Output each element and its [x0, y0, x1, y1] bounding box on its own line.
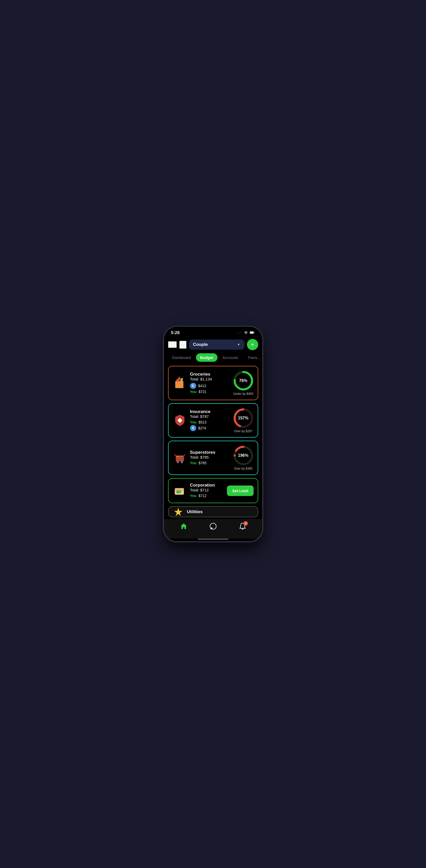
svg-point-18	[177, 462, 178, 463]
insurance-circle: 157%	[233, 408, 253, 428]
svg-rect-1	[250, 332, 253, 334]
avatar-k-insurance: K	[190, 425, 196, 431]
add-button[interactable]: +	[247, 339, 258, 350]
superstores-percent: 196%	[238, 453, 248, 458]
svg-point-7	[176, 379, 179, 382]
groceries-progress: 76% Under by $365	[233, 370, 253, 396]
utilities-info: Utilities	[187, 509, 253, 515]
insurance-status: Over by $287	[234, 429, 252, 433]
wifi-icon	[244, 331, 248, 335]
home-indicator	[198, 538, 229, 540]
insurance-total: Total: $787	[190, 414, 230, 418]
svg-rect-2	[180, 343, 185, 346]
svg-rect-23	[181, 456, 182, 457]
corporation-info: Corporation Total: $712 You $712	[190, 483, 224, 499]
budget-card-superstores[interactable]: Superstores Total: $785 You $785	[168, 441, 258, 475]
person-you-amount-superstores: $785	[199, 461, 207, 465]
phone-screen: 5:26 ····	[164, 327, 262, 541]
dropdown-arrow-icon: ▼	[237, 343, 240, 346]
superstores-title: Superstores	[190, 450, 230, 455]
corporation-person-you: You $712	[190, 494, 224, 498]
home-icon	[180, 523, 187, 531]
tab-accounts[interactable]: Accounts	[218, 353, 243, 362]
tab-dashboard[interactable]: Dashboard	[168, 353, 195, 362]
status-icons: ····	[237, 331, 255, 335]
signal-dots-icon: ····	[237, 331, 242, 334]
you-label-insurance: You	[190, 420, 196, 424]
nav-bell[interactable]: 3	[239, 523, 246, 531]
corporation-title: Corporation	[190, 483, 224, 488]
phone-frame: 5:26 ····	[163, 326, 263, 542]
svg-point-20	[181, 462, 182, 463]
insurance-icon	[173, 413, 187, 428]
budget-card-corporation[interactable]: $ Corporation Total: $712 You $712 Set L…	[168, 478, 258, 503]
you-label-groceries: You	[190, 390, 196, 394]
status-time: 5:26	[171, 330, 180, 335]
svg-text:$: $	[177, 491, 179, 493]
person-k-amount: $413	[198, 384, 206, 388]
corporation-total: Total: $712	[190, 488, 224, 492]
bottom-nav: 3	[164, 519, 262, 538]
status-bar: 5:26 ····	[164, 327, 262, 337]
insurance-person-k: K $274	[190, 425, 230, 431]
groceries-person-you: You $721	[190, 390, 230, 394]
groceries-status: Under by $365	[233, 392, 253, 396]
person-k-amount-insurance: $274	[198, 426, 206, 430]
corporation-icon: $	[173, 484, 187, 498]
budget-card-insurance[interactable]: Insurance Total: $787 You $513 K $274	[168, 403, 258, 438]
budget-card-groceries[interactable]: Groceries Total: $1,134 K $413 You $721	[168, 366, 258, 400]
svg-rect-3	[183, 345, 184, 345]
budget-content: Groceries Total: $1,134 K $413 You $721	[164, 365, 262, 519]
svg-rect-22	[179, 456, 180, 457]
chat-icon	[210, 523, 217, 531]
groceries-total: Total: $1,134	[190, 377, 230, 381]
you-label-corporation: You	[190, 494, 196, 498]
set-limit-button[interactable]: Set Limit	[227, 486, 253, 496]
superstores-total: Total: $785	[190, 455, 230, 459]
nav-home[interactable]	[180, 523, 187, 531]
you-label-superstores: You	[190, 461, 196, 465]
budget-card-utilities-partial[interactable]: Utilities	[168, 506, 258, 517]
superstores-icon	[173, 451, 187, 465]
insurance-title: Insurance	[190, 409, 230, 414]
header: Couple ▼ +	[164, 337, 262, 353]
avatar-k: K	[190, 383, 196, 389]
insurance-person-you: You $513	[190, 420, 230, 424]
groceries-percent: 76%	[239, 378, 247, 383]
person-you-amount-corporation: $712	[199, 494, 207, 498]
nav-tabs: Dashboard Budget Accounts Trans...	[164, 353, 262, 362]
groceries-info: Groceries Total: $1,134 K $413 You $721	[190, 372, 230, 395]
superstores-progress: 196% Over by $385	[233, 445, 253, 470]
utilities-title: Utilities	[187, 509, 253, 515]
superstores-person-you: You $785	[190, 461, 230, 465]
utilities-icon	[173, 506, 184, 517]
svg-rect-21	[177, 456, 178, 457]
menu-button[interactable]	[168, 341, 177, 348]
person-you-amount-groceries: $721	[199, 390, 207, 394]
groceries-circle: 76%	[233, 370, 253, 391]
svg-point-33	[210, 523, 216, 529]
svg-rect-5	[175, 381, 183, 388]
nav-chat[interactable]	[210, 523, 217, 531]
svg-rect-11	[178, 420, 182, 422]
groceries-person-k: K $413	[190, 383, 230, 389]
notification-badge: 3	[243, 521, 248, 526]
corporation-set-limit: Set Limit	[227, 486, 253, 496]
superstores-info: Superstores Total: $785 You $785	[190, 450, 230, 466]
tab-budget[interactable]: Budget	[196, 353, 217, 362]
groceries-icon	[173, 376, 187, 390]
superstores-circle: 196%	[233, 445, 253, 466]
battery-icon	[249, 331, 255, 335]
groceries-title: Groceries	[190, 372, 230, 377]
insurance-percent: 157%	[238, 416, 248, 421]
insurance-progress: 157% Over by $287	[233, 408, 253, 433]
superstores-status: Over by $385	[234, 467, 252, 470]
couple-dropdown[interactable]: Couple ▼	[189, 339, 244, 350]
wallet-button[interactable]	[179, 341, 186, 349]
tab-transactions[interactable]: Trans...	[243, 353, 262, 362]
person-you-amount-insurance: $513	[199, 420, 207, 424]
insurance-info: Insurance Total: $787 You $513 K $274	[190, 409, 230, 432]
